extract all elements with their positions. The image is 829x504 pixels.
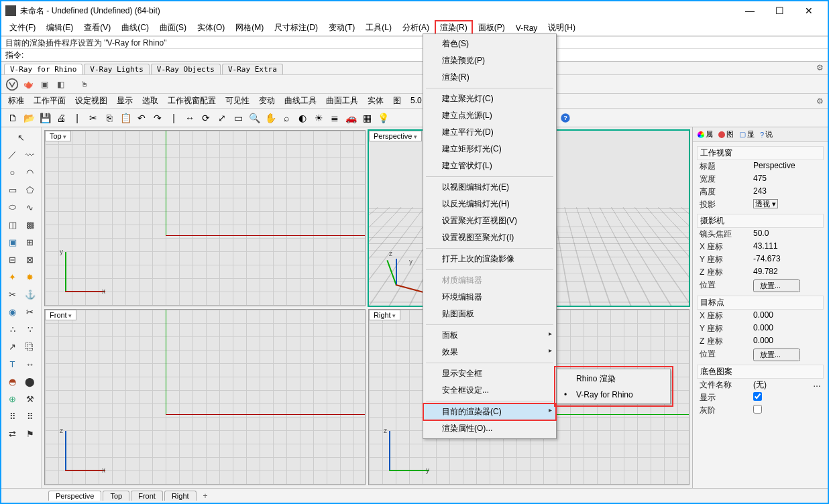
val-tz[interactable]: 0.000 (753, 336, 821, 347)
split-icon[interactable]: ✂ (23, 304, 38, 319)
sphere-icon[interactable]: ◓ (5, 374, 20, 389)
val-cam-z[interactable]: 49.782 (753, 267, 821, 278)
projection-select[interactable]: 透视 ▾ (753, 199, 778, 208)
open-icon[interactable]: 📂 (21, 111, 36, 125)
menu-item[interactable]: 面板 (423, 327, 556, 344)
add-viewport-button[interactable]: + (198, 491, 213, 501)
menu-item[interactable]: 渲染(R) (423, 69, 556, 86)
solid-icon[interactable]: ▩ (23, 217, 38, 232)
vray-logo-icon[interactable] (5, 78, 19, 91)
submenu-item[interactable]: V-Ray for Rhino (557, 387, 670, 402)
cut-icon[interactable]: ✂ (86, 111, 101, 125)
ellipse-icon[interactable]: ⬭ (5, 200, 20, 214)
menu-item[interactable]: 设置视图至聚光灯(I) (423, 229, 556, 246)
ribbon-visibility[interactable]: 可见性 (223, 94, 252, 108)
val-ty[interactable]: 0.000 (753, 323, 821, 334)
menu-view[interactable]: 查看(V) (78, 20, 116, 36)
shade-icon[interactable]: ◐ (295, 111, 310, 125)
grid-icon[interactable]: ▦ (360, 111, 374, 125)
tool-icon[interactable]: ⚒ (23, 391, 38, 406)
gear-icon[interactable]: ⚙ (816, 97, 824, 106)
menu-item[interactable]: 贴图面板 (423, 306, 556, 322)
viewport-label-perspective[interactable]: Perspective (369, 131, 422, 141)
val-tx[interactable]: 0.000 (753, 310, 821, 322)
menu-transform[interactable]: 变动(T) (323, 20, 360, 36)
ribbon-drafting[interactable]: 图 (390, 94, 404, 108)
zoom-extents-icon[interactable]: ⌕ (279, 111, 294, 125)
dir-icon[interactable]: ⇄ (5, 426, 20, 441)
menu-item[interactable]: 效果 (423, 344, 556, 361)
move2-icon[interactable]: ↗ (5, 339, 20, 354)
trim-icon[interactable]: ✂ (5, 287, 20, 302)
ribbon-surfacetools[interactable]: 曲面工具 (323, 94, 361, 108)
undo-icon[interactable]: ↶ (134, 111, 149, 125)
ribbon-cplane[interactable]: 工作平面 (31, 94, 68, 108)
menu-item[interactable]: 设置聚光灯至视图(V) (423, 212, 556, 229)
btab-front[interactable]: Front (131, 491, 163, 501)
menu-file[interactable]: 文件(F) (4, 20, 41, 36)
save-icon[interactable]: 💾 (38, 111, 52, 125)
ribbon-transform[interactable]: 变动 (256, 94, 278, 108)
render-frame-icon[interactable]: ▣ (38, 78, 51, 91)
rect-icon[interactable]: ▭ (5, 182, 20, 197)
zoom-icon[interactable]: 🔍 (247, 111, 262, 125)
submenu-item[interactable]: Rhino 渲染 (557, 371, 670, 387)
close-button[interactable]: ✕ (794, 1, 824, 20)
tab-vray-lights[interactable]: V-Ray Lights (84, 64, 149, 74)
surface-icon[interactable]: ◫ (5, 217, 20, 232)
rp-tab-layers[interactable]: 图 (716, 129, 736, 140)
line-icon[interactable]: ／ (5, 147, 20, 162)
menu-item[interactable]: 建立聚光灯(C) (423, 90, 556, 107)
val-cam-y[interactable]: -74.673 (753, 254, 821, 265)
tab-vray-objects[interactable]: V-Ray Objects (151, 64, 221, 74)
vray-options-icon[interactable]: 🖱 (78, 78, 91, 91)
curve-icon[interactable]: ∿ (23, 200, 38, 214)
btab-perspective[interactable]: Perspective (48, 491, 101, 501)
val-focal[interactable]: 50.0 (753, 229, 821, 240)
menu-item[interactable]: 建立平行光(D) (423, 124, 556, 141)
menu-solid[interactable]: 实体(O) (192, 20, 230, 36)
gray-checkbox[interactable] (753, 405, 762, 414)
net-icon[interactable]: ⊞ (23, 235, 38, 249)
render-icon[interactable]: ☀ (311, 111, 326, 125)
show-checkbox[interactable] (753, 392, 762, 401)
ribbon-solid[interactable]: 实体 (365, 94, 386, 108)
array2-icon[interactable]: ⠿ (23, 409, 38, 424)
viewport-label-right[interactable]: Right (369, 310, 400, 320)
gear-icon[interactable]: ⚙ (816, 63, 824, 72)
mesh-icon[interactable]: ⊟ (5, 252, 20, 267)
star-icon[interactable]: ✦ (5, 269, 20, 284)
anchor-icon[interactable]: ⚓ (23, 287, 38, 302)
menu-item[interactable]: 渲染属性(O)... (423, 420, 556, 437)
tab-vray-extra[interactable]: V-Ray Extra (222, 64, 283, 74)
car-icon[interactable]: 🚗 (343, 111, 358, 125)
viewport-front[interactable]: Front zx (44, 309, 366, 485)
pointer-icon[interactable]: ↖ (14, 130, 29, 145)
explode-icon[interactable]: ✸ (23, 269, 38, 284)
menu-vray[interactable]: V-Ray (510, 21, 543, 35)
maximize-button[interactable]: ☐ (765, 1, 794, 20)
new-icon[interactable]: 🗋 (5, 111, 20, 125)
menu-item[interactable]: 建立矩形灯光(C) (423, 141, 556, 158)
dim-icon[interactable]: ↔ (23, 357, 38, 371)
layers-icon[interactable]: ≣ (327, 111, 342, 125)
move-icon[interactable]: ↔ (182, 111, 197, 125)
ribbon-setview[interactable]: 设定视图 (72, 94, 110, 108)
val-cam-x[interactable]: 43.111 (753, 241, 821, 253)
menu-item[interactable]: 建立点光源(L) (423, 107, 556, 124)
pts-icon[interactable]: ∴ (5, 322, 20, 336)
minimize-button[interactable]: — (735, 1, 765, 20)
box-icon[interactable]: ▣ (5, 235, 20, 249)
rp-tab-properties[interactable]: 属 (696, 129, 715, 140)
menu-item[interactable]: 着色(S) (423, 36, 556, 52)
ribbon-standard[interactable]: 标准 (5, 94, 27, 108)
menu-tools[interactable]: 工具(L) (360, 20, 397, 36)
ribbon-select[interactable]: 选取 (140, 94, 161, 108)
arc-icon[interactable]: ◠ (23, 165, 38, 180)
print-icon[interactable]: 🖨 (54, 111, 68, 125)
text-icon[interactable]: T (5, 357, 20, 371)
array-icon[interactable]: ⠿ (5, 409, 20, 424)
command-line[interactable]: 指令: (1, 48, 828, 62)
menu-item[interactable]: 打开上次的渲染影像 (423, 251, 556, 267)
menu-item[interactable]: 安全框设定... (423, 382, 556, 399)
